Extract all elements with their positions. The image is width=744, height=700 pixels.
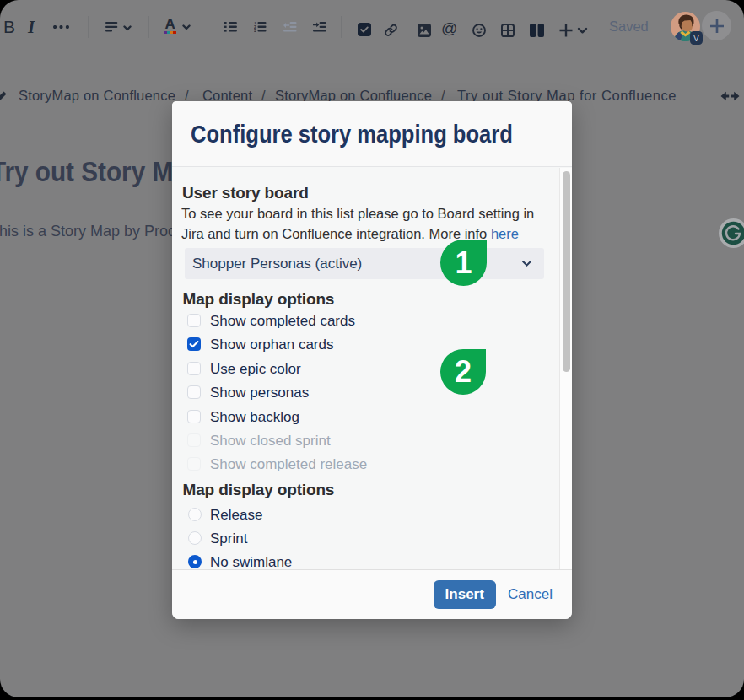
svg-text:3: 3	[254, 30, 256, 33]
